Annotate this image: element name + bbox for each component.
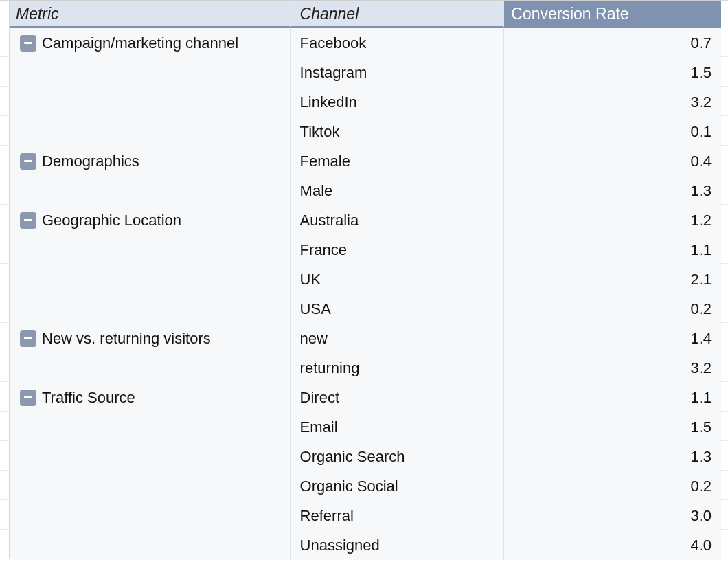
sheet-cell-fragment[interactable] xyxy=(0,382,10,412)
rate-cell[interactable]: 3.2 xyxy=(504,353,721,383)
channel-cell[interactable]: Facebook xyxy=(291,28,505,58)
sheet-cell-fragment[interactable] xyxy=(721,530,728,559)
rate-cell[interactable]: 1.4 xyxy=(504,324,721,353)
metric-cell[interactable] xyxy=(10,501,291,530)
collapse-icon[interactable] xyxy=(20,390,36,406)
sheet-cell-fragment[interactable] xyxy=(721,0,728,27)
table-row[interactable]: Campaign/marketing channelFacebook0.7 xyxy=(10,28,721,58)
channel-cell[interactable]: returning xyxy=(291,353,505,383)
rate-cell[interactable]: 1.3 xyxy=(504,176,721,205)
metric-cell[interactable]: New vs. returning visitors xyxy=(10,324,291,353)
table-row[interactable]: New vs. returning visitorsnew1.4 xyxy=(10,324,721,353)
channel-cell[interactable]: Email xyxy=(291,412,505,442)
sheet-cell-fragment[interactable] xyxy=(721,87,728,116)
rate-cell[interactable]: 1.3 xyxy=(504,442,721,471)
table-row[interactable]: DemographicsFemale0.4 xyxy=(10,146,721,176)
sheet-cell-fragment[interactable] xyxy=(0,57,10,87)
table-row[interactable]: returning3.2 xyxy=(10,353,721,383)
sheet-cell-fragment[interactable] xyxy=(0,234,10,264)
channel-cell[interactable]: LinkedIn xyxy=(291,87,505,117)
sheet-cell-fragment[interactable] xyxy=(721,27,728,57)
metric-cell[interactable] xyxy=(10,117,291,146)
rate-cell[interactable]: 4.0 xyxy=(504,530,721,560)
sheet-cell-fragment[interactable] xyxy=(0,412,10,441)
rate-cell[interactable]: 1.5 xyxy=(504,58,721,87)
sheet-cell-fragment[interactable] xyxy=(0,293,10,323)
header-rate[interactable]: Conversion Rate xyxy=(504,1,721,28)
sheet-cell-fragment[interactable] xyxy=(0,27,10,57)
table-row[interactable]: Organic Search1.3 xyxy=(10,442,721,471)
table-row[interactable]: UK2.1 xyxy=(10,265,721,294)
channel-cell[interactable]: France xyxy=(291,235,505,265)
channel-cell[interactable]: Tiktok xyxy=(291,117,505,146)
channel-cell[interactable]: Male xyxy=(291,176,505,205)
metric-cell[interactable] xyxy=(10,530,291,560)
collapse-icon[interactable] xyxy=(20,212,36,229)
table-row[interactable]: Unassigned4.0 xyxy=(10,530,721,560)
sheet-cell-fragment[interactable] xyxy=(0,87,10,116)
sheet-cell-fragment[interactable] xyxy=(0,264,10,293)
channel-cell[interactable]: USA xyxy=(291,294,505,324)
channel-cell[interactable]: Organic Search xyxy=(291,442,505,471)
sheet-cell-fragment[interactable] xyxy=(0,471,10,500)
sheet-cell-fragment[interactable] xyxy=(721,441,728,471)
channel-cell[interactable]: Unassigned xyxy=(291,530,505,560)
table-row[interactable]: Instagram1.5 xyxy=(10,58,721,87)
metric-cell[interactable]: Geographic Location xyxy=(10,205,291,235)
rate-cell[interactable]: 1.1 xyxy=(504,383,721,412)
rate-cell[interactable]: 1.5 xyxy=(504,412,721,442)
sheet-cell-fragment[interactable] xyxy=(721,175,728,205)
channel-cell[interactable]: Direct xyxy=(291,383,505,412)
sheet-cell-fragment[interactable] xyxy=(0,175,10,205)
rate-cell[interactable]: 3.0 xyxy=(504,501,721,530)
sheet-cell-fragment[interactable] xyxy=(0,0,10,27)
metric-cell[interactable] xyxy=(10,471,291,501)
table-row[interactable]: Tiktok0.1 xyxy=(10,117,721,146)
rate-cell[interactable]: 3.2 xyxy=(504,87,721,117)
collapse-icon[interactable] xyxy=(20,35,36,52)
sheet-cell-fragment[interactable] xyxy=(0,116,10,146)
collapse-icon[interactable] xyxy=(20,330,36,347)
collapse-icon[interactable] xyxy=(20,153,36,170)
rate-cell[interactable]: 0.4 xyxy=(504,146,721,176)
sheet-cell-fragment[interactable] xyxy=(721,264,728,293)
sheet-cell-fragment[interactable] xyxy=(721,500,728,530)
metric-cell[interactable] xyxy=(10,58,291,87)
channel-cell[interactable]: Female xyxy=(291,146,505,176)
rate-cell[interactable]: 1.1 xyxy=(504,235,721,265)
table-row[interactable]: Traffic SourceDirect1.1 xyxy=(10,383,721,412)
metric-cell[interactable]: Demographics xyxy=(10,146,291,176)
sheet-cell-fragment[interactable] xyxy=(721,412,728,441)
sheet-cell-fragment[interactable] xyxy=(0,441,10,471)
table-row[interactable]: Organic Social0.2 xyxy=(10,471,721,501)
table-row[interactable]: Email1.5 xyxy=(10,412,721,442)
sheet-cell-fragment[interactable] xyxy=(0,352,10,382)
sheet-cell-fragment[interactable] xyxy=(721,293,728,323)
metric-cell[interactable] xyxy=(10,442,291,471)
sheet-cell-fragment[interactable] xyxy=(721,205,728,234)
sheet-cell-fragment[interactable] xyxy=(0,205,10,234)
rate-cell[interactable]: 1.2 xyxy=(504,205,721,235)
rate-cell[interactable]: 2.1 xyxy=(504,265,721,294)
table-row[interactable]: France1.1 xyxy=(10,235,721,265)
channel-cell[interactable]: Australia xyxy=(291,205,505,235)
sheet-cell-fragment[interactable] xyxy=(0,530,10,559)
metric-cell[interactable] xyxy=(10,294,291,324)
metric-cell[interactable] xyxy=(10,176,291,205)
sheet-cell-fragment[interactable] xyxy=(0,146,10,175)
rate-cell[interactable]: 0.2 xyxy=(504,471,721,501)
metric-cell[interactable] xyxy=(10,87,291,117)
channel-cell[interactable]: Referral xyxy=(291,501,505,530)
channel-cell[interactable]: Instagram xyxy=(291,58,505,87)
metric-cell[interactable]: Campaign/marketing channel xyxy=(10,28,291,58)
channel-cell[interactable]: new xyxy=(291,324,505,353)
sheet-cell-fragment[interactable] xyxy=(721,234,728,264)
channel-cell[interactable]: Organic Social xyxy=(291,471,505,501)
header-channel[interactable]: Channel xyxy=(291,1,505,28)
sheet-cell-fragment[interactable] xyxy=(721,471,728,500)
sheet-cell-fragment[interactable] xyxy=(721,116,728,146)
table-row[interactable]: LinkedIn3.2 xyxy=(10,87,721,117)
metric-cell[interactable] xyxy=(10,412,291,442)
channel-cell[interactable]: UK xyxy=(291,265,505,294)
header-metric[interactable]: Metric xyxy=(10,1,291,28)
